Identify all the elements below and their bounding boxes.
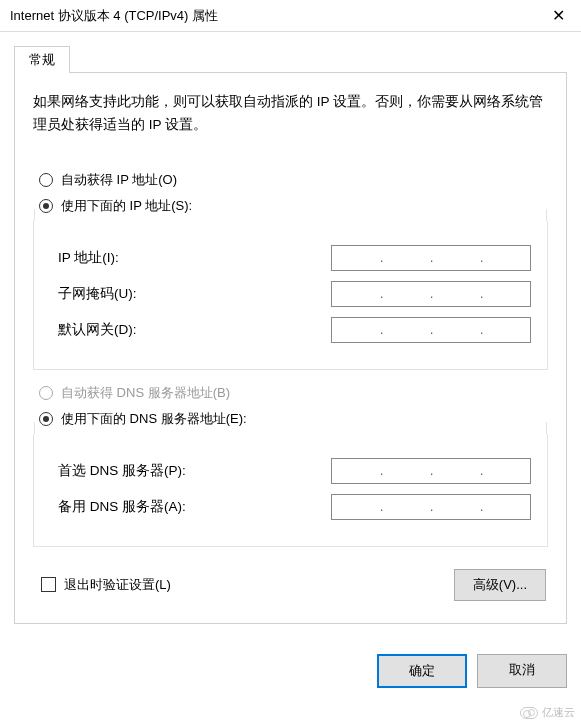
description-text: 如果网络支持此功能，则可以获取自动指派的 IP 设置。否则，你需要从网络系统管理… (33, 91, 548, 137)
cancel-button-label: 取消 (509, 662, 535, 677)
radio-ip-auto-label: 自动获得 IP 地址(O) (61, 171, 177, 189)
ip-address-input[interactable]: . . . (331, 245, 531, 271)
radio-icon (39, 386, 53, 400)
subnet-label: 子网掩码(U): (58, 285, 137, 303)
validate-checkbox[interactable]: 退出时验证设置(L) (41, 576, 171, 594)
field-dns-preferred: 首选 DNS 服务器(P): . . . (58, 458, 531, 484)
tab-general[interactable]: 常规 (14, 46, 70, 73)
radio-dns-auto: 自动获得 DNS 服务器地址(B) (39, 384, 548, 402)
window-title: Internet 协议版本 4 (TCP/IPv4) 属性 (10, 7, 218, 25)
validate-label: 退出时验证设置(L) (64, 576, 171, 594)
ip-address-label: IP 地址(I): (58, 249, 119, 267)
dns-alternate-label: 备用 DNS 服务器(A): (58, 498, 186, 516)
radio-ip-manual-label: 使用下面的 IP 地址(S): (61, 197, 192, 215)
titlebar: Internet 协议版本 4 (TCP/IPv4) 属性 ✕ (0, 0, 581, 32)
close-button[interactable]: ✕ (535, 0, 581, 32)
gateway-label: 默认网关(D): (58, 321, 137, 339)
ok-button-label: 确定 (409, 663, 435, 678)
radio-dns-auto-label: 自动获得 DNS 服务器地址(B) (61, 384, 230, 402)
dialog-footer: 确定 取消 (377, 654, 567, 688)
radio-ip-manual[interactable]: 使用下面的 IP 地址(S): (39, 197, 548, 215)
field-subnet: 子网掩码(U): . . . (58, 281, 531, 307)
tab-general-label: 常规 (29, 52, 55, 67)
radio-dns-manual-label: 使用下面的 DNS 服务器地址(E): (61, 410, 247, 428)
watermark-text: 亿速云 (542, 705, 575, 720)
advanced-button-label: 高级(V)... (473, 577, 527, 592)
dns-fields-group: 首选 DNS 服务器(P): . . . 备用 DNS 服务器(A): . . … (33, 434, 548, 547)
bottom-row: 退出时验证设置(L) 高级(V)... (33, 569, 548, 601)
checkbox-icon (41, 577, 56, 592)
dns-preferred-label: 首选 DNS 服务器(P): (58, 462, 186, 480)
dns-alternate-input[interactable]: . . . (331, 494, 531, 520)
radio-icon (39, 199, 53, 213)
radio-ip-auto[interactable]: 自动获得 IP 地址(O) (39, 171, 548, 189)
advanced-button[interactable]: 高级(V)... (454, 569, 546, 601)
close-icon: ✕ (552, 6, 565, 25)
tab-panel-general: 如果网络支持此功能，则可以获取自动指派的 IP 设置。否则，你需要从网络系统管理… (14, 72, 567, 624)
radio-icon (39, 412, 53, 426)
field-gateway: 默认网关(D): . . . (58, 317, 531, 343)
ip-fields-group: IP 地址(I): . . . 子网掩码(U): . . . 默认网关(D): … (33, 221, 548, 370)
dns-preferred-input[interactable]: . . . (331, 458, 531, 484)
gateway-input[interactable]: . . . (331, 317, 531, 343)
dialog-content: 常规 如果网络支持此功能，则可以获取自动指派的 IP 设置。否则，你需要从网络系… (0, 32, 581, 624)
field-dns-alternate: 备用 DNS 服务器(A): . . . (58, 494, 531, 520)
cancel-button[interactable]: 取消 (477, 654, 567, 688)
subnet-input[interactable]: . . . (331, 281, 531, 307)
tab-strip: 常规 (14, 46, 567, 73)
radio-dns-manual[interactable]: 使用下面的 DNS 服务器地址(E): (39, 410, 548, 428)
field-ip-address: IP 地址(I): . . . (58, 245, 531, 271)
watermark: 亿速云 (520, 705, 575, 720)
cloud-icon (520, 707, 538, 719)
radio-icon (39, 173, 53, 187)
ok-button[interactable]: 确定 (377, 654, 467, 688)
